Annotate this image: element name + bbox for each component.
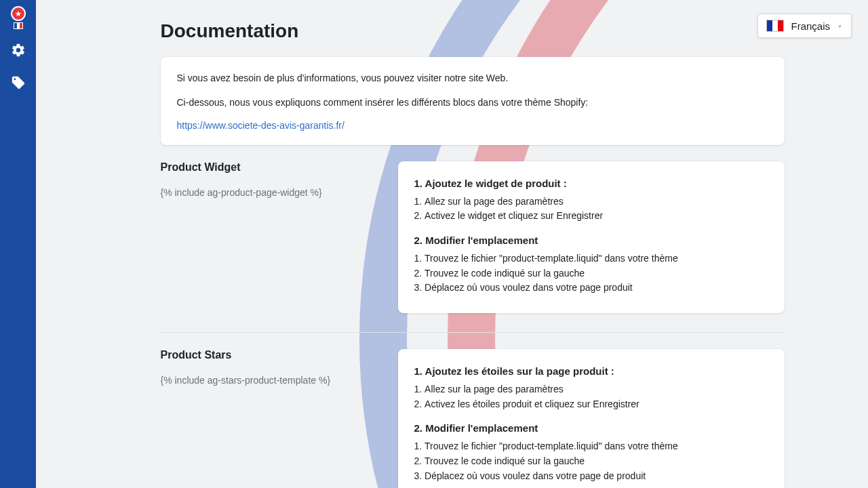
intro-text-2: Ci-dessous, nous vous expliquons comment… [177,95,768,111]
page-title: Documentation [161,20,785,42]
doc-step-item: Allez sur la page des paramètres [414,195,768,209]
doc-step-list: Allez sur la page des paramètresActivez … [414,195,768,224]
doc-step-item: Trouvez le code indiqué sur la gauche [414,266,768,281]
sidebar-item-settings[interactable] [7,39,29,61]
doc-step-heading: 1. Ajoutez le widget de produit : [414,178,768,189]
doc-step-heading: 2. Modifier l'emplacement [414,235,768,246]
gear-icon [11,43,26,58]
language-selector[interactable]: Français ▾ [757,14,852,38]
main-scroll: Documentation Si vous avez besoin de plu… [36,0,868,488]
doc-section: Product Widget{% include ag-product-page… [161,161,785,333]
doc-step-list: Trouvez le fichier "product-template.liq… [414,439,768,483]
tag-icon [11,75,26,90]
doc-section-title: Product Stars [161,349,384,361]
doc-step-list: Trouvez le fichier "product-template.liq… [414,251,768,296]
intro-card: Si vous avez besoin de plus d'informatio… [161,57,785,145]
sidebar-item-tag[interactable] [7,72,29,94]
doc-section-left: Product Stars{% include ag-stars-product… [161,349,384,488]
intro-link[interactable]: https://www.societe-des-avis-garantis.fr… [177,120,344,131]
sidebar: ★ [0,0,36,488]
doc-step-list: Allez sur la page des paramètresActivez … [414,382,768,411]
doc-section-title: Product Widget [161,161,384,174]
doc-section-right: 1. Ajoutez le widget de produit :Allez s… [398,161,785,313]
doc-step-item: Activez le widget et cliquez sur Enregis… [414,209,768,224]
doc-step-item: Allez sur la page des paramètres [414,382,768,397]
doc-step-item: Déplacez où vous voulez dans votre page … [414,281,768,296]
language-label: Français [791,20,830,32]
doc-step-item: Activez les étoiles produit et cliquez s… [414,397,768,412]
sidebar-logo[interactable]: ★ [7,7,29,28]
doc-step-item: Trouvez le fichier "product-template.liq… [414,251,768,266]
doc-step-item: Trouvez le code indiqué sur la gauche [414,454,768,469]
doc-step-heading: 2. Modifier l'emplacement [414,422,768,434]
chevron-down-icon: ▾ [838,22,842,30]
doc-section-snippet: {% include ag-stars-product-template %} [161,375,384,386]
intro-text-1: Si vous avez besoin de plus d'informatio… [177,70,768,87]
flag-france-icon [766,20,784,32]
doc-step-heading: 1. Ajoutez les étoiles sur la page produ… [414,365,768,377]
doc-instruction-card: 1. Ajoutez le widget de produit :Allez s… [398,161,785,313]
doc-section-snippet: {% include ag-product-page-widget %} [161,187,384,198]
doc-section-left: Product Widget{% include ag-product-page… [161,161,384,313]
doc-step-item: Déplacez où vous voulez dans votre page … [414,469,768,484]
doc-instruction-card: 1. Ajoutez les étoiles sur la page produ… [398,349,785,488]
doc-step-item: Trouvez le fichier "product-template.liq… [414,439,768,454]
doc-section-right: 1. Ajoutez les étoiles sur la page produ… [398,349,785,488]
app-logo-icon: ★ [9,6,28,29]
doc-section: Product Stars{% include ag-stars-product… [161,349,785,488]
